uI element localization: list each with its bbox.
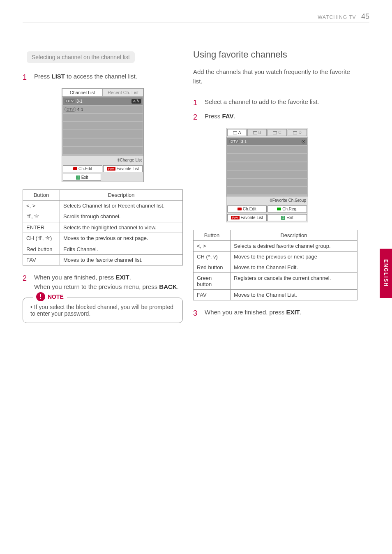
table-row: Green buttonRegisters or cancels the cur… (194, 273, 357, 290)
step-number: 3 (193, 308, 205, 319)
list-item[interactable]: DTV 3-1 A ꔃ (63, 97, 143, 105)
list-item (227, 171, 307, 178)
favorite-ui: A B C D DTV 3-1 ꔁFavorite Ch.Group Ch.Ed… (226, 128, 308, 222)
step-number: 2 (193, 112, 205, 123)
dtv-pill: DTV (229, 139, 240, 143)
left-step-2: 2 When you are finished, press EXIT. Whe… (23, 273, 183, 291)
list-item[interactable]: DTV 4-1 (63, 106, 143, 113)
favorite-list-button[interactable]: FAVFavorite List (227, 214, 267, 221)
th-button: Button (23, 190, 60, 201)
page-header: WATCHING TV 45 (318, 12, 369, 21)
dtv-pill: DTV (65, 99, 75, 103)
red-icon (73, 167, 77, 170)
channel-list-body: DTV 3-1 A ꔃ DTV 4-1 (62, 97, 143, 156)
fav-tab-a[interactable]: A (227, 129, 247, 136)
table-row: ꕌ, ꕍScrolls through channel. (23, 211, 183, 222)
red-icon (238, 208, 242, 210)
right-step-3: 3 When you are finished, press EXIT. (193, 308, 357, 319)
folder-icon (253, 131, 257, 134)
ch-edit-button[interactable]: Ch.Edit (63, 165, 102, 172)
list-item[interactable]: DTV 3-1 (227, 138, 307, 145)
list-item (227, 154, 307, 162)
channel-list-ui: Channel List Recent Ch. List DTV 3-1 A ꔃ… (62, 88, 144, 182)
list-item (227, 187, 307, 194)
dtv-pill: DTV (65, 107, 76, 112)
header-section: WATCHING TV (318, 14, 356, 20)
step-text: Select a channel to add to the favorite … (205, 97, 357, 108)
step-number: 1 (193, 97, 205, 108)
table-row: <, >Selects Channel list or Recent chann… (23, 201, 183, 211)
exit-icon: ꕯ (76, 175, 80, 180)
fav-icon: FAV (107, 167, 115, 171)
target-icon (302, 140, 305, 143)
step-text: When you are finished, press EXIT. (205, 308, 357, 319)
list-item (63, 114, 143, 121)
ch-edit-button[interactable]: Ch.Edit (227, 205, 267, 212)
table-row: Red button Moves to the Channel Edit. (194, 262, 357, 273)
fav-icon: FAV (231, 216, 240, 219)
left-column: Selecting a channel on the channel list … (23, 51, 183, 323)
header-rule (23, 23, 369, 23)
step-text: Press LIST to access the channel list. (34, 72, 183, 83)
table-row: CH (ꕌ, ꕍ)Moves to the previous or next p… (23, 233, 183, 244)
sort-badge: A ꔃ (131, 99, 141, 104)
fav-tab-d[interactable]: D (288, 129, 307, 136)
step-number: 1 (23, 72, 34, 83)
note-text: If you select the blocked channel, you w… (30, 304, 177, 317)
list-item (227, 179, 307, 186)
table-row: FAVMoves to the favorite channel list. (23, 255, 183, 265)
green-icon (277, 208, 281, 210)
exit-icon: ꕯ (281, 216, 285, 220)
left-button-table: Button Description <, >Selects Channel l… (23, 189, 183, 265)
ch-reg-button[interactable]: Ch.Reg. (267, 205, 307, 212)
list-item (63, 138, 143, 146)
right-intro: Add the channels that you watch frequent… (193, 67, 357, 86)
right-button-table: Button Description <, >Selects a desired… (193, 230, 357, 300)
th-description: Description (60, 190, 183, 201)
table-row: Red buttonEdits Channel. (23, 244, 183, 255)
table-row: FAV Moves to the Channel List. (194, 290, 357, 300)
right-step-2: 2 Press FAV. (193, 112, 357, 123)
note-icon: ! (36, 292, 45, 301)
th-button: Button (194, 230, 231, 241)
list-item (63, 122, 143, 129)
right-heading: Using favorite channels (193, 49, 357, 60)
language-tab: ENGLISH (380, 249, 392, 298)
folder-icon (233, 131, 237, 134)
folder-icon (273, 131, 277, 134)
table-row: <, >Selects a desired favorite channel g… (194, 241, 357, 252)
favorite-list-button[interactable]: FAVFavorite List (103, 165, 143, 172)
list-item (63, 130, 143, 138)
change-list-hint: ꔁChange List (62, 156, 143, 164)
table-row: ENTERSelects the highlighted channel to … (23, 222, 183, 233)
note-box: ! NOTE If you select the blocked channel… (23, 298, 183, 323)
right-step-1: 1 Select a channel to add to the favorit… (193, 97, 357, 108)
favorite-list-body: DTV 3-1 (226, 137, 308, 196)
note-label: ! NOTE (33, 292, 67, 301)
page-number: 45 (361, 12, 369, 21)
tab-channel-list[interactable]: Channel List (62, 88, 103, 97)
table-row: CH (^, v)Moves to the previous or next p… (194, 252, 357, 262)
list-item (227, 162, 307, 170)
fav-tab-b[interactable]: B (247, 129, 267, 136)
folder-icon (293, 131, 297, 134)
fav-tab-c[interactable]: C (267, 129, 287, 136)
exit-button[interactable]: ꕯExit (63, 174, 101, 181)
step-text: Press FAV. (205, 112, 357, 123)
list-item (63, 147, 143, 154)
step-text: When you are finished, press EXIT. When … (34, 273, 183, 291)
right-column: Using favorite channels Add the channels… (193, 49, 357, 322)
exit-button[interactable]: ꕯExit (267, 214, 307, 221)
fav-group-hint: ꔁFavorite Ch.Group (226, 196, 308, 205)
tab-recent-list[interactable]: Recent Ch. List (103, 88, 143, 97)
step-number: 2 (23, 273, 34, 291)
left-step-1: 1 Press LIST to access the channel list. (23, 72, 183, 83)
list-item (227, 146, 307, 153)
subheading: Selecting a channel on the channel list (27, 51, 135, 63)
th-description: Description (231, 230, 357, 241)
